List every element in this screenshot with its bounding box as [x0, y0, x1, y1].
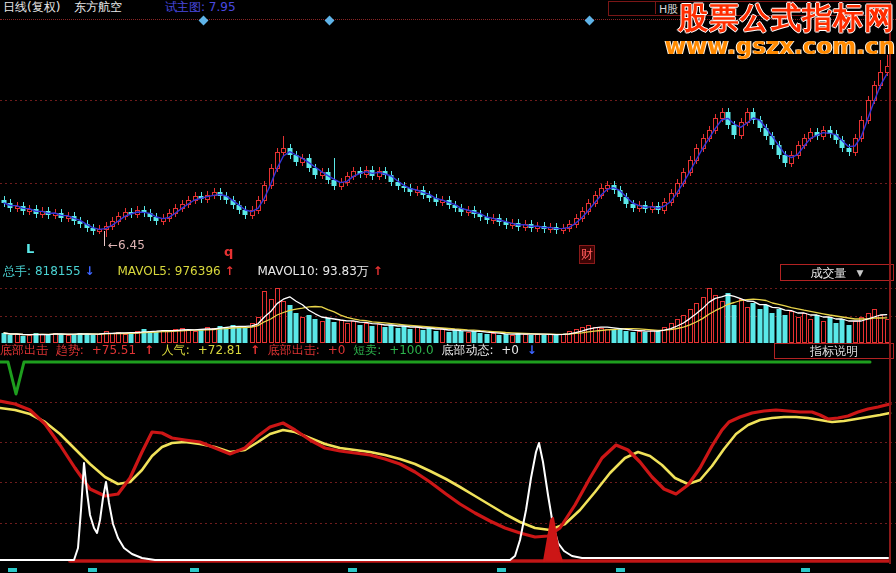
- x-axis-label-fragment: [801, 568, 810, 572]
- chart-label-q: q: [224, 244, 233, 259]
- mavol10-group: MAVOL10: 93.83万 ↑: [257, 264, 382, 278]
- watermark-title: 股票公式指标网: [665, 2, 895, 34]
- dibu-value: +0: [328, 343, 346, 357]
- annotation-text: ←6.45: [108, 238, 145, 252]
- chart-right-border: [889, 16, 891, 564]
- duanmai-value: +100.0: [389, 343, 433, 357]
- up-arrow-icon: ↑: [373, 264, 383, 278]
- mavol10-label: MAVOL10:: [257, 264, 318, 278]
- dongtai-value: +0: [501, 343, 519, 357]
- total-volume-value: 818155: [35, 264, 81, 278]
- x-axis-label-fragment: [190, 568, 199, 572]
- stock-name: 东方航空: [74, 0, 122, 14]
- chevron-down-icon: ▼: [857, 266, 864, 280]
- up-arrow-icon: ↑: [250, 343, 260, 357]
- dongtai-label: 底部动态:: [441, 343, 493, 357]
- indicator-name: 底部出击: [0, 343, 48, 357]
- app-window: 日线(复权) 东方航空 试主图: 7.95 H股 股票公式指标网 www.gsz…: [0, 0, 896, 573]
- down-arrow-icon: ↓: [85, 264, 95, 278]
- total-volume-group: 总手: 818155 ↓: [3, 264, 95, 278]
- selector-label: 成交量: [811, 266, 847, 280]
- mavol5-group: MAVOL5: 976396 ↑: [117, 264, 234, 278]
- indicator-status-row: 底部出击 趋势: +75.51 ↑ 人气: +72.81 ↑ 底部出击: +0 …: [0, 343, 770, 358]
- overlay-indicator-label[interactable]: 试主图: 7.95: [165, 0, 236, 15]
- x-axis-label-fragment: [348, 568, 357, 572]
- x-axis-label-fragment: [616, 568, 625, 572]
- trend-label: 趋势:: [56, 343, 84, 357]
- trend-value: +75.51: [92, 343, 136, 357]
- volume-header-row: 总手: 818155 ↓ MAVOL5: 976396 ↑ MAVOL10: 9…: [0, 263, 896, 280]
- mavol10-value: 93.83万: [322, 264, 368, 278]
- chart-label-cai: 财: [579, 245, 595, 264]
- help-button-label: 指标说明: [810, 345, 858, 358]
- renqi-label: 人气:: [162, 343, 190, 357]
- down-arrow-icon: ↓: [527, 343, 537, 357]
- annotation-pointer-line: [104, 231, 105, 246]
- x-axis-label-fragment: [88, 568, 97, 572]
- mavol5-label: MAVOL5:: [117, 264, 171, 278]
- mavol5-value: 976396: [175, 264, 221, 278]
- total-volume-label: 总手:: [3, 264, 31, 278]
- x-axis-label-fragment: [8, 568, 17, 572]
- dibu-label: 底部出击:: [268, 343, 320, 357]
- indicator-help-button[interactable]: 指标说明: [774, 343, 894, 359]
- period-label[interactable]: 日线(复权): [3, 0, 60, 14]
- watermark-url: www.gszx.com.cn: [665, 34, 895, 58]
- up-arrow-icon: ↑: [144, 343, 154, 357]
- x-axis-label-fragment: [497, 568, 506, 572]
- renqi-value: +72.81: [198, 343, 242, 357]
- volume-bar-chart[interactable]: [0, 282, 896, 344]
- chart-label-l: L: [26, 241, 34, 256]
- watermark: 股票公式指标网 www.gszx.com.cn: [665, 2, 895, 58]
- custom-indicator-chart[interactable]: [0, 359, 896, 573]
- volume-indicator-selector[interactable]: 成交量 ▼: [780, 264, 894, 281]
- up-arrow-icon: ↑: [224, 264, 234, 278]
- duanmai-label: 短卖:: [353, 343, 381, 357]
